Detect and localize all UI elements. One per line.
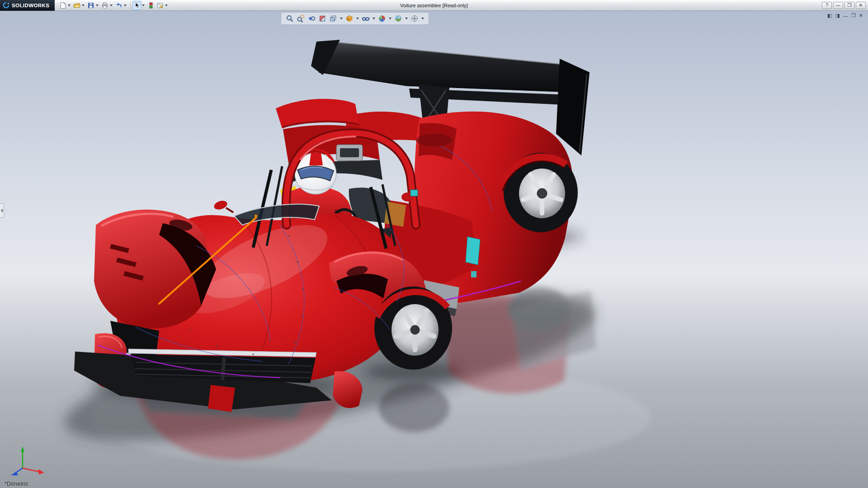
component-display-icon: [147, 2, 155, 9]
previous-view-button[interactable]: [307, 14, 316, 23]
dropdown-arrow-icon[interactable]: [124, 5, 127, 6]
zoom-to-fit-icon: [286, 14, 294, 23]
minimize-button[interactable]: —: [833, 2, 843, 9]
dropdown-arrow-icon[interactable]: [165, 5, 168, 6]
dropdown-arrow-icon[interactable]: [356, 18, 359, 19]
dropdown-arrow-icon[interactable]: [68, 5, 71, 6]
zoom-to-area-button[interactable]: [296, 14, 306, 23]
view-orientation-label: *Dimetric: [5, 480, 28, 487]
document-window-controls: ◧ ◨ — ❐ ✕: [827, 13, 863, 19]
dassault-3ds-logo-icon: [3, 2, 9, 9]
section-view-icon: [318, 14, 326, 23]
window-title: Voiture assemblee [Read-only]: [400, 3, 468, 8]
view-settings-icon: [410, 14, 419, 23]
appearance-ball-icon: [378, 14, 386, 23]
scene-ball-icon: [394, 14, 402, 23]
apply-scene-button[interactable]: [393, 14, 403, 23]
restore-document-button[interactable]: ❐: [851, 13, 856, 19]
brand-text: SOLIDWORKS: [12, 3, 49, 8]
3d-scene[interactable]: [0, 11, 868, 488]
dropdown-arrow-icon[interactable]: [110, 5, 113, 6]
right-front-wheel[interactable]: [374, 286, 452, 370]
maximize-button[interactable]: ❐: [844, 2, 854, 9]
toolbar-separator: [130, 2, 131, 9]
dropdown-arrow-icon[interactable]: [421, 18, 424, 19]
undo-arrow-icon: [115, 2, 123, 9]
minimize-document-button[interactable]: —: [843, 13, 849, 19]
undo-button[interactable]: [114, 1, 123, 10]
panel-collapse-tab[interactable]: [0, 203, 4, 218]
select-button[interactable]: [132, 1, 142, 10]
previous-view-icon: [307, 14, 316, 23]
close-button[interactable]: ✕: [856, 2, 866, 9]
dropdown-arrow-icon[interactable]: [142, 5, 145, 6]
window-controls: ? — ❐ ✕: [822, 2, 868, 9]
component-display-button[interactable]: [146, 1, 156, 10]
print-button[interactable]: [100, 1, 109, 10]
select-cursor-icon: [133, 2, 141, 9]
close-document-button[interactable]: ✕: [859, 13, 863, 19]
dropdown-arrow-icon[interactable]: [389, 18, 392, 19]
printer-icon: [101, 2, 108, 9]
sheet-options-button[interactable]: [156, 1, 165, 10]
zoom-to-fit-button[interactable]: [285, 14, 295, 23]
sheet-options-icon: [156, 2, 164, 9]
solidworks-logo: SOLIDWORKS: [0, 0, 55, 11]
title-bar: SOLIDWORKS: [0, 0, 868, 11]
tile-document-button[interactable]: ◨: [835, 13, 840, 19]
eyeglasses-icon: [362, 14, 370, 23]
dropdown-arrow-icon[interactable]: [82, 5, 85, 6]
hide-show-items-button[interactable]: [361, 14, 371, 23]
dropdown-arrow-icon[interactable]: [405, 18, 408, 19]
section-view-button[interactable]: [317, 14, 327, 23]
orientation-triad: [7, 445, 48, 476]
dropdown-arrow-icon[interactable]: [96, 5, 99, 6]
save-floppy-icon: [87, 2, 94, 9]
save-button[interactable]: [86, 1, 95, 10]
heads-up-view-toolbar: [281, 12, 429, 25]
view-orientation-icon: [329, 14, 337, 23]
zoom-to-area-icon: [297, 14, 305, 23]
new-document-button[interactable]: [58, 1, 67, 10]
display-style-icon: [345, 14, 354, 23]
help-button[interactable]: ?: [822, 2, 832, 9]
edit-appearance-button[interactable]: [377, 14, 387, 23]
standard-toolbar: [55, 1, 170, 10]
view-settings-button[interactable]: [410, 14, 420, 23]
display-style-button[interactable]: [344, 14, 354, 23]
open-folder-icon: [73, 2, 80, 9]
cascade-document-button[interactable]: ◧: [827, 13, 832, 19]
graphics-area[interactable]: ◧ ◨ — ❐ ✕ *Dimetric: [0, 11, 868, 488]
dropdown-arrow-icon[interactable]: [340, 18, 343, 19]
dropdown-arrow-icon[interactable]: [373, 18, 375, 19]
new-document-icon: [59, 2, 66, 9]
view-orientation-button[interactable]: [328, 14, 338, 23]
chevron-left-icon: [1, 209, 3, 212]
open-button[interactable]: [72, 1, 81, 10]
